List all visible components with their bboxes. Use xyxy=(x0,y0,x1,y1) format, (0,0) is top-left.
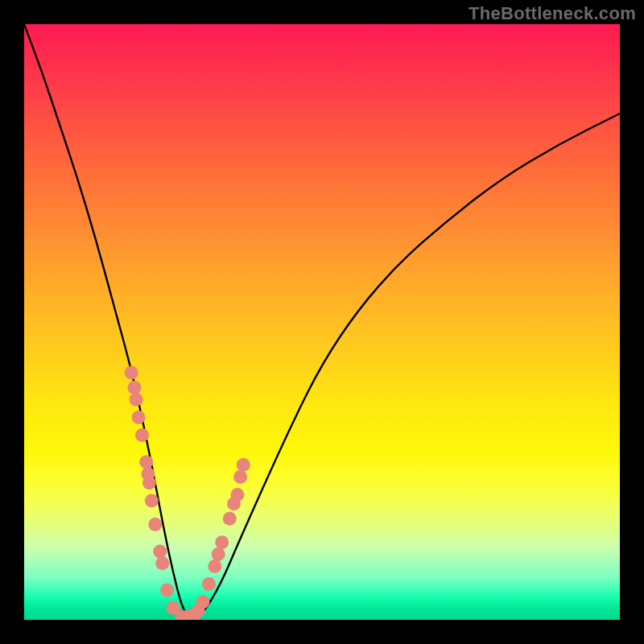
data-point xyxy=(153,544,167,558)
data-point xyxy=(135,428,149,442)
data-point xyxy=(145,494,159,508)
data-point xyxy=(230,488,244,502)
data-point xyxy=(233,470,247,484)
data-point xyxy=(132,411,146,424)
data-point xyxy=(215,535,229,549)
plot-area xyxy=(24,24,620,620)
data-point xyxy=(130,393,143,407)
data-point xyxy=(202,577,216,591)
data-point xyxy=(223,512,237,526)
data-point xyxy=(212,547,225,561)
data-point xyxy=(196,595,210,609)
data-point xyxy=(139,455,153,469)
data-point xyxy=(125,365,138,379)
bottleneck-curve xyxy=(24,24,620,618)
data-point xyxy=(160,584,174,597)
curve-svg xyxy=(24,24,620,620)
data-point xyxy=(148,518,162,531)
outer-frame: TheBottleneck.com xyxy=(0,0,644,644)
data-point xyxy=(142,476,156,489)
data-points-group xyxy=(125,365,250,620)
data-point xyxy=(127,381,141,394)
data-point xyxy=(237,458,250,472)
data-point xyxy=(155,556,169,570)
data-point xyxy=(208,559,221,573)
watermark-text: TheBottleneck.com xyxy=(469,3,636,24)
